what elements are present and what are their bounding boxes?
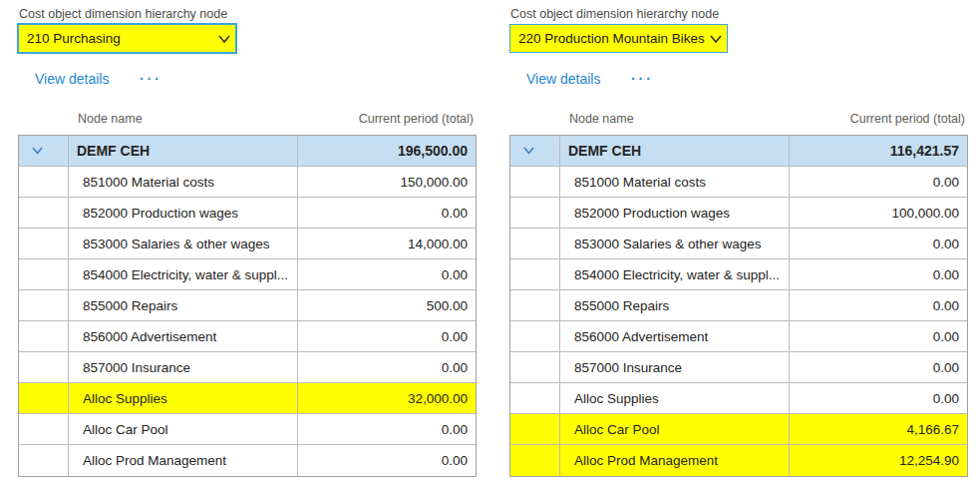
row-select-cell[interactable] (510, 167, 560, 197)
row-select-cell[interactable] (19, 259, 69, 289)
more-options-icon[interactable]: ··· (140, 71, 163, 87)
amount-cell: 0.00 (790, 290, 967, 320)
hierarchy-node-dropdown[interactable]: 220 Production Mountain Bikes (509, 24, 728, 53)
summary-row[interactable]: DEMF CEH 116,421.57 (510, 136, 967, 167)
chevron-down-icon (31, 146, 44, 156)
amount-cell: 0.00 (298, 445, 476, 476)
row-select-cell[interactable] (510, 198, 560, 228)
node-name-cell: 853000 Salaries & other wages (69, 229, 298, 258)
node-name-cell: 851000 Material costs (560, 167, 790, 197)
amount-cell: 4,166.67 (790, 414, 967, 444)
row-select-cell[interactable] (19, 290, 69, 320)
amount-cell: 0.00 (298, 198, 476, 228)
node-name-cell: 856000 Advertisement (69, 321, 298, 351)
table-row[interactable]: 852000 Production wages0.00 (19, 198, 476, 229)
expand-cell[interactable] (510, 136, 560, 166)
chevron-down-icon (709, 33, 723, 45)
table-row[interactable]: 857000 Insurance0.00 (510, 352, 967, 383)
table-row[interactable]: Alloc Supplies0.00 (510, 383, 967, 414)
amount-cell: 0.00 (298, 414, 476, 444)
summary-row[interactable]: DEMF CEH 196,500.00 (19, 136, 476, 167)
amount-cell: 0.00 (790, 352, 967, 382)
row-select-cell[interactable] (19, 321, 69, 351)
row-select-cell[interactable] (19, 167, 69, 197)
row-select-cell[interactable] (510, 229, 560, 258)
table-row[interactable]: Alloc Prod Management0.00 (19, 445, 476, 476)
more-options-icon[interactable]: ··· (631, 71, 654, 87)
node-name-cell: 853000 Salaries & other wages (560, 229, 790, 258)
view-details-link[interactable]: View details (526, 71, 600, 87)
node-name-cell: 854000 Electricity, water & suppl... (69, 259, 298, 289)
row-select-cell[interactable] (19, 198, 69, 228)
actions-bar: View details ··· (35, 70, 163, 88)
node-name-cell: 857000 Insurance (560, 352, 790, 382)
view-details-link[interactable]: View details (35, 71, 109, 87)
table-row[interactable]: 851000 Material costs0.00 (510, 167, 967, 198)
chevron-down-icon (522, 146, 535, 156)
actions-bar: View details ··· (526, 70, 654, 88)
node-name-cell: 855000 Repairs (560, 290, 790, 320)
row-select-cell[interactable] (510, 259, 560, 289)
amount-cell: 0.00 (790, 229, 967, 258)
row-select-cell[interactable] (510, 290, 560, 320)
row-select-cell[interactable] (510, 383, 560, 413)
node-name-cell: Alloc Supplies (560, 383, 790, 413)
node-name-cell: 852000 Production wages (560, 198, 790, 228)
amount-cell: 0.00 (790, 167, 967, 197)
table-row[interactable]: 853000 Salaries & other wages14,000.00 (19, 229, 476, 259)
table-row[interactable]: Alloc Supplies32,000.00 (19, 383, 476, 414)
table-row[interactable]: Alloc Car Pool0.00 (19, 414, 476, 445)
table-row[interactable]: Alloc Car Pool4,166.67 (510, 414, 967, 445)
table-row[interactable]: Alloc Prod Management12,254.90 (510, 445, 967, 476)
table-row[interactable]: 857000 Insurance0.00 (19, 352, 476, 383)
left-panel: Cost object dimension hierarchy node 210… (18, 0, 479, 483)
table-row[interactable]: 855000 Repairs500.00 (19, 290, 476, 321)
dropdown-value: 210 Purchasing (19, 25, 235, 52)
amount-cell: 0.00 (298, 321, 476, 351)
column-header-current-period: Current period (total) (850, 112, 965, 126)
chevron-down-icon (217, 33, 231, 45)
node-name-cell: 856000 Advertisement (560, 321, 790, 351)
table-row[interactable]: 851000 Material costs150,000.00 (19, 167, 476, 198)
amount-cell: 14,000.00 (298, 229, 476, 258)
field-label: Cost object dimension hierarchy node (510, 7, 719, 21)
row-select-cell[interactable] (510, 321, 560, 351)
column-header-current-period: Current period (total) (359, 112, 474, 126)
row-select-cell[interactable] (510, 414, 560, 444)
table-row[interactable]: 852000 Production wages100,000.00 (510, 198, 967, 229)
hierarchy-node-dropdown[interactable]: 210 Purchasing (18, 24, 236, 53)
amount-cell: 150,000.00 (298, 167, 476, 197)
row-select-cell[interactable] (19, 383, 69, 413)
node-name-cell: 854000 Electricity, water & suppl... (560, 259, 790, 289)
node-name-cell: Alloc Car Pool (560, 414, 790, 444)
cost-table: DEMF CEH 196,500.00 851000 Material cost… (18, 135, 477, 477)
table-row[interactable]: 854000 Electricity, water & suppl...0.00 (19, 259, 476, 290)
expand-cell[interactable] (19, 136, 69, 166)
column-headers: Node name Current period (total) (18, 112, 477, 130)
node-name-cell: Alloc Supplies (69, 383, 298, 413)
table-body: 851000 Material costs150,000.00852000 Pr… (19, 167, 476, 476)
cost-table: DEMF CEH 116,421.57 851000 Material cost… (509, 135, 968, 477)
row-select-cell[interactable] (19, 445, 69, 476)
amount-cell: 0.00 (298, 352, 476, 382)
column-headers: Node name Current period (total) (509, 112, 968, 130)
row-select-cell[interactable] (19, 414, 69, 444)
node-name-cell: 852000 Production wages (69, 198, 298, 228)
row-select-cell[interactable] (510, 445, 560, 476)
row-select-cell[interactable] (19, 229, 69, 258)
amount-cell: 0.00 (790, 259, 967, 289)
table-row[interactable]: 853000 Salaries & other wages0.00 (510, 229, 967, 259)
table-row[interactable]: 856000 Advertisement0.00 (510, 321, 967, 352)
row-select-cell[interactable] (510, 352, 560, 382)
amount-cell: 12,254.90 (790, 445, 967, 476)
node-name-cell: Alloc Prod Management (69, 445, 298, 476)
table-row[interactable]: 854000 Electricity, water & suppl...0.00 (510, 259, 967, 290)
dropdown-value: 220 Production Mountain Bikes (510, 25, 727, 52)
amount-cell: 0.00 (790, 383, 967, 413)
node-name-cell: 855000 Repairs (69, 290, 298, 320)
node-name-cell: 857000 Insurance (69, 352, 298, 382)
amount-cell: 116,421.57 (790, 136, 967, 166)
row-select-cell[interactable] (19, 352, 69, 382)
table-row[interactable]: 855000 Repairs0.00 (510, 290, 967, 321)
table-row[interactable]: 856000 Advertisement0.00 (19, 321, 476, 352)
